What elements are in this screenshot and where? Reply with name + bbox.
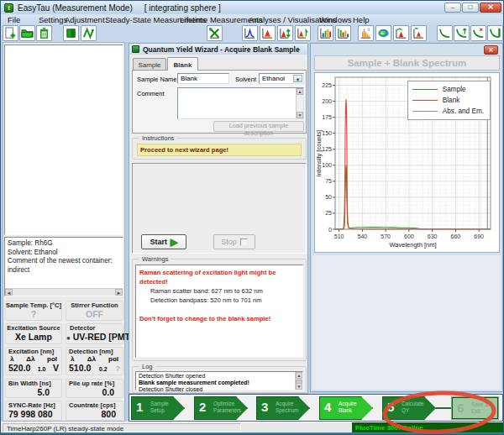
kinetics-bars-button[interactable] xyxy=(318,25,333,41)
excitation-scan-button[interactable] xyxy=(242,25,258,41)
log-line: Detection Shutter opened xyxy=(139,373,300,380)
easytau-main-window: t EasyTau (Measurement Mode) [ integrati… xyxy=(0,0,504,435)
menu-adjustment[interactable]: Adjustment xyxy=(65,15,105,24)
scroll-up-icon[interactable]: ▲ xyxy=(296,372,302,379)
svg-text:50: 50 xyxy=(325,194,332,200)
bin-width-group: Bin Width [ns] 5.0 xyxy=(5,379,62,398)
trash-icon[interactable] xyxy=(36,25,52,41)
measurement-mode-button[interactable] xyxy=(63,25,79,41)
pol-header: pol xyxy=(47,355,57,363)
log-box: Detection Shutter opened Blank sample me… xyxy=(135,371,303,390)
delta-lambda-header: Δλ xyxy=(26,355,34,363)
menu-windows[interactable]: Windows xyxy=(319,15,352,24)
countrate-group: Countrate [cps] 800 xyxy=(66,401,123,421)
svg-text:660: 660 xyxy=(451,233,461,239)
scroll-down-icon[interactable]: ▼ xyxy=(296,383,302,390)
sample-name-input[interactable] xyxy=(177,73,229,84)
comment-textarea[interactable]: ▲ ▼ xyxy=(177,87,304,119)
stop-label: Stop xyxy=(221,238,237,246)
svg-text:0: 0 xyxy=(328,227,332,233)
legend-line-swatch xyxy=(412,89,438,90)
emission-scan-button[interactable] xyxy=(260,25,276,41)
sample-description-area[interactable] xyxy=(4,45,123,235)
tcspc-histogram-button[interactable]: t xyxy=(358,25,374,41)
excitation-wavelength: 520.0 xyxy=(8,363,30,373)
legend-label: Sample xyxy=(443,86,466,93)
tres-anisotropy-button[interactable] xyxy=(411,25,427,41)
svg-text:75: 75 xyxy=(325,178,332,184)
red-ellipse-annotation xyxy=(381,389,498,435)
maximize-icon[interactable]: □ xyxy=(462,3,479,13)
svg-text:630: 630 xyxy=(428,233,438,239)
decay-updown-button[interactable] xyxy=(454,25,470,41)
chevron-down-icon[interactable]: ▼ xyxy=(293,75,302,82)
horizontal-scrollbar[interactable]: ◄ ► xyxy=(5,288,123,296)
excitation-pol: V xyxy=(53,363,59,373)
log-line: Blank sample measurement completed! xyxy=(139,380,300,386)
export-curve-button[interactable] xyxy=(81,25,97,41)
svg-text:175: 175 xyxy=(322,114,332,120)
detection-group: Detection [nm] λ Δλ pol 510.0 0.2 ? xyxy=(66,347,123,375)
open-folder-button[interactable] xyxy=(19,25,35,41)
step-4-acquire-blank[interactable]: 4Acquire Blank xyxy=(319,396,373,420)
warnings-title: Warnings xyxy=(139,255,171,263)
excitation-bandwidth: 1.0 xyxy=(38,366,46,372)
sample-info-box[interactable]: Sample: Rh6G Solvent: Ethanol Comment of… xyxy=(4,237,123,296)
new-file-button[interactable] xyxy=(3,25,18,41)
spectrum-window-body xyxy=(312,255,501,390)
tab-sample[interactable]: Sample xyxy=(133,58,166,70)
close-icon[interactable]: ✕ xyxy=(484,45,498,55)
wizard-title: Quantum Yield Wizard - Acquire Blank Sam… xyxy=(143,45,300,54)
load-previous-sample-button[interactable]: Load previous sample description xyxy=(213,121,304,132)
minimize-icon[interactable]: – xyxy=(444,3,461,13)
menu-settings[interactable]: Settings xyxy=(39,15,67,24)
decay-compare-button[interactable] xyxy=(470,25,486,41)
menu-bar: File Settings Adjustment Steady-State Me… xyxy=(1,14,504,25)
svg-text:Intensity [counts]: Intensity [counts] xyxy=(315,129,323,176)
detection-label: Detection [nm] xyxy=(66,348,123,355)
bin-width-label: Bin Width [ns] xyxy=(6,380,61,387)
sample-temp-value: ? xyxy=(6,309,61,319)
log-scrollbar[interactable]: ▲ ▼ xyxy=(295,372,302,390)
anisotropy-scan-button[interactable] xyxy=(295,25,311,41)
acquisition-panel: Start ▶ Stop xyxy=(132,163,307,254)
sync-rate-value: 79 998 080 xyxy=(6,409,61,419)
spectral-bars-button[interactable] xyxy=(335,25,351,41)
detector-label: Detector xyxy=(66,324,123,332)
solvent-value: Ethanol xyxy=(262,75,285,82)
tres-contour-button[interactable] xyxy=(375,25,391,41)
close-icon[interactable]: ✕ xyxy=(480,3,501,13)
scroll-down-icon[interactable]: ▼ xyxy=(297,112,303,118)
scroll-left-icon[interactable]: ◄ xyxy=(5,289,13,296)
start-button[interactable]: Start ▶ xyxy=(141,234,186,249)
step-3-acquire-spectrum[interactable]: 3Acquire Spectrum xyxy=(256,396,310,420)
stop-button[interactable]: Stop xyxy=(213,234,255,249)
spectrum-window: ✕ Sample + Blank Spectrum 51054057060063… xyxy=(310,43,503,392)
scroll-right-icon[interactable]: ► xyxy=(115,289,123,296)
legend-label: Blank xyxy=(443,97,459,104)
menu-file[interactable]: File xyxy=(8,15,20,24)
hardware-settings-button[interactable] xyxy=(207,25,223,41)
solvent-select[interactable]: Ethanol ▼ xyxy=(259,73,304,84)
decay-curve-button[interactable] xyxy=(437,25,453,41)
step-2-optimize-parameters[interactable]: 2Optimize Parameters xyxy=(194,396,248,420)
window-context: [ integrating sphere ] xyxy=(144,3,221,13)
warnings-box: Raman scattering of excitation light mig… xyxy=(135,265,303,358)
warning-line: Raman scatter band: 627 nm to 632 nm xyxy=(139,286,299,296)
tres-scan-button[interactable] xyxy=(393,25,409,41)
step-1-sample-setup[interactable]: 1Sample Setup xyxy=(131,396,185,420)
solvent-label: Solvent xyxy=(235,76,256,83)
comment-scrollbar[interactable]: ▲ ▼ xyxy=(296,88,303,118)
pol-header: pol xyxy=(108,355,118,363)
decay-batch-button[interactable] xyxy=(487,25,503,41)
menu-help[interactable]: Help xyxy=(353,15,370,24)
synchronous-scan-button[interactable] xyxy=(277,25,293,41)
scroll-up-icon[interactable]: ▲ xyxy=(297,88,303,95)
sample-info-line: Sample: Rh6G xyxy=(8,239,120,249)
blank-tab-panel: Sample Name Solvent Ethanol ▼ Comment ▲ … xyxy=(132,70,307,134)
tab-blank[interactable]: Blank xyxy=(167,57,198,71)
svg-text:510: 510 xyxy=(334,233,344,239)
svg-text:570: 570 xyxy=(381,233,391,239)
sample-temp-group: Sample Temp. [°C] ? xyxy=(5,301,62,321)
log-group: Log Detection Shutter opened Blank sampl… xyxy=(132,366,307,393)
